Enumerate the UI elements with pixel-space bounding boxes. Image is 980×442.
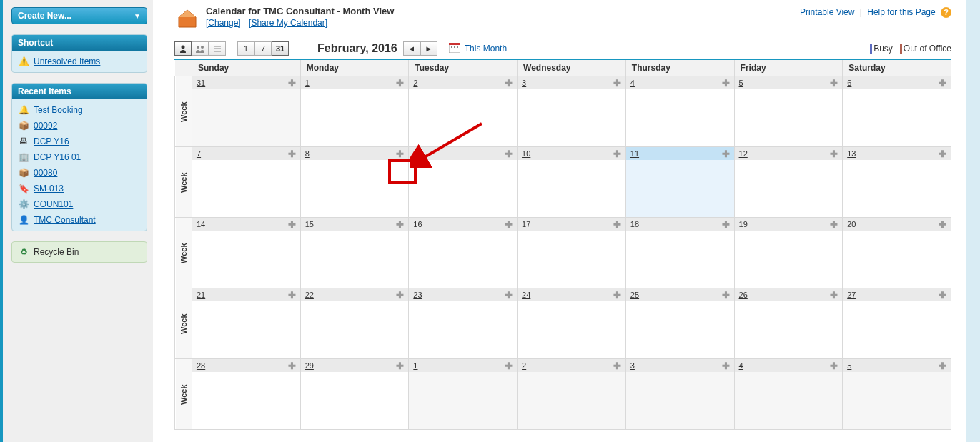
add-event-icon[interactable]: ✚ [613, 219, 621, 230]
calendar-day-cell[interactable]: 21✚ [192, 288, 300, 359]
calendar-day-cell[interactable]: 17✚ [518, 218, 626, 288]
add-event-icon[interactable]: ✚ [288, 361, 296, 371]
month-view-button[interactable]: 31 [272, 41, 289, 56]
change-link[interactable]: [Change] [206, 18, 241, 28]
week-label[interactable]: Week [175, 359, 192, 430]
day-number-link[interactable]: 4 [630, 79, 635, 87]
day-number-link[interactable]: 1 [305, 79, 310, 87]
add-event-icon[interactable]: ✚ [939, 290, 946, 301]
recent-item-link[interactable]: DCP Y16 01 [34, 152, 81, 162]
calendar-day-cell[interactable]: 3✚ [625, 359, 734, 430]
add-event-icon[interactable]: ✚ [505, 219, 513, 230]
list-view-button[interactable] [209, 41, 226, 56]
day-number-link[interactable]: 27 [847, 291, 856, 299]
calendar-day-cell[interactable]: 5✚ [734, 76, 843, 147]
day-number-link[interactable]: 28 [197, 361, 205, 370]
day-number-link[interactable]: 7 [197, 149, 201, 158]
calendar-day-cell[interactable]: 19✚ [734, 218, 843, 288]
day-number-link[interactable]: 16 [413, 220, 422, 228]
calendar-day-cell[interactable]: 3✚ [518, 76, 626, 147]
add-event-icon[interactable]: ✚ [288, 290, 296, 301]
week-label[interactable]: Week [175, 76, 192, 147]
day-view-button[interactable]: 1 [237, 41, 254, 56]
add-event-icon[interactable]: ✚ [396, 78, 404, 89]
recent-item-link[interactable]: Test Booking [34, 105, 83, 115]
day-number-link[interactable]: 13 [847, 149, 856, 158]
add-event-icon[interactable]: ✚ [830, 361, 838, 371]
multi-user-view-button[interactable] [192, 41, 209, 56]
calendar-day-cell[interactable]: 20✚ [843, 218, 951, 288]
week-label[interactable]: Week [175, 288, 192, 359]
recent-item-link[interactable]: TMC Consultant [34, 215, 96, 225]
add-event-icon[interactable]: ✚ [505, 290, 513, 301]
calendar-day-cell[interactable]: 15✚ [300, 218, 409, 288]
calendar-day-cell[interactable]: 1✚ [409, 359, 518, 430]
day-number-link[interactable]: 20 [847, 220, 856, 228]
recent-item-link[interactable]: SM-013 [34, 184, 64, 194]
day-number-link[interactable]: 11 [630, 149, 639, 158]
calendar-day-cell[interactable]: 6✚ [843, 76, 951, 147]
calendar-day-cell[interactable]: 26✚ [734, 288, 843, 359]
add-event-icon[interactable]: ✚ [505, 78, 513, 89]
add-event-icon[interactable]: ✚ [722, 361, 730, 371]
add-event-icon[interactable]: ✚ [396, 290, 404, 301]
day-number-link[interactable]: 5 [847, 361, 851, 370]
add-event-icon[interactable]: ✚ [505, 361, 513, 371]
day-number-link[interactable]: 29 [305, 361, 314, 370]
day-number-link[interactable]: 21 [197, 291, 205, 299]
calendar-day-cell[interactable]: 5✚ [843, 359, 951, 430]
add-event-icon[interactable]: ✚ [830, 219, 838, 230]
add-event-icon[interactable]: ✚ [288, 78, 296, 89]
day-number-link[interactable]: 18 [630, 220, 639, 228]
week-label[interactable]: Week [175, 147, 192, 218]
day-number-link[interactable]: 3 [630, 361, 635, 370]
add-event-icon[interactable]: ✚ [939, 149, 946, 159]
calendar-day-cell[interactable]: 24✚ [518, 288, 626, 359]
calendar-day-cell[interactable]: 22✚ [300, 288, 409, 359]
calendar-day-cell[interactable]: 31✚ [192, 76, 300, 147]
add-event-icon[interactable]: ✚ [722, 290, 730, 301]
create-new-button[interactable]: Create New... ▼ [11, 7, 147, 24]
add-event-icon[interactable]: ✚ [396, 149, 404, 159]
calendar-day-cell[interactable]: 4✚ [734, 359, 843, 430]
prev-month-button[interactable]: ◄ [403, 41, 420, 56]
add-event-icon[interactable]: ✚ [939, 219, 946, 230]
help-link[interactable]: Help for this Page [867, 7, 935, 17]
next-month-button[interactable]: ► [420, 41, 437, 56]
day-number-link[interactable]: 5 [739, 79, 743, 87]
recent-item-link[interactable]: DCP Y16 [34, 136, 69, 146]
week-label[interactable]: Week [175, 218, 192, 288]
day-number-link[interactable]: 24 [522, 291, 530, 299]
single-user-view-button[interactable] [174, 41, 192, 56]
add-event-icon[interactable]: ✚ [396, 219, 404, 230]
add-event-icon[interactable]: ✚ [613, 361, 621, 371]
calendar-day-cell[interactable]: 8✚ [300, 147, 409, 218]
day-number-link[interactable]: 17 [522, 220, 530, 228]
calendar-day-cell[interactable]: 25✚ [625, 288, 734, 359]
calendar-day-cell[interactable]: 27✚ [843, 288, 951, 359]
day-number-link[interactable]: 2 [413, 79, 417, 87]
day-number-link[interactable]: 2 [522, 361, 526, 370]
day-number-link[interactable]: 22 [305, 291, 314, 299]
add-event-icon[interactable]: ✚ [830, 78, 838, 89]
calendar-day-cell[interactable]: 12✚ [734, 147, 843, 218]
day-number-link[interactable]: 31 [197, 79, 205, 87]
calendar-day-cell[interactable]: 9✚ [409, 147, 518, 218]
unresolved-items-link[interactable]: Unresolved Items [34, 56, 100, 66]
calendar-day-cell[interactable]: 23✚ [409, 288, 518, 359]
add-event-icon[interactable]: ✚ [722, 78, 730, 89]
add-event-icon[interactable]: ✚ [722, 219, 730, 230]
calendar-day-cell[interactable]: 14✚ [192, 218, 300, 288]
day-number-link[interactable]: 6 [847, 79, 851, 87]
calendar-day-cell[interactable]: 7✚ [192, 147, 300, 218]
add-event-icon[interactable]: ✚ [939, 361, 946, 371]
day-number-link[interactable]: 3 [522, 79, 526, 87]
recent-item-link[interactable]: 00092 [34, 121, 57, 131]
add-event-icon[interactable]: ✚ [288, 149, 296, 159]
day-number-link[interactable]: 1 [413, 361, 417, 370]
calendar-day-cell[interactable]: 2✚ [409, 76, 518, 147]
calendar-day-cell[interactable]: 1✚ [300, 76, 409, 147]
add-event-icon[interactable]: ✚ [613, 78, 621, 89]
calendar-day-cell[interactable]: 29✚ [300, 359, 409, 430]
add-event-icon[interactable]: ✚ [288, 219, 296, 230]
